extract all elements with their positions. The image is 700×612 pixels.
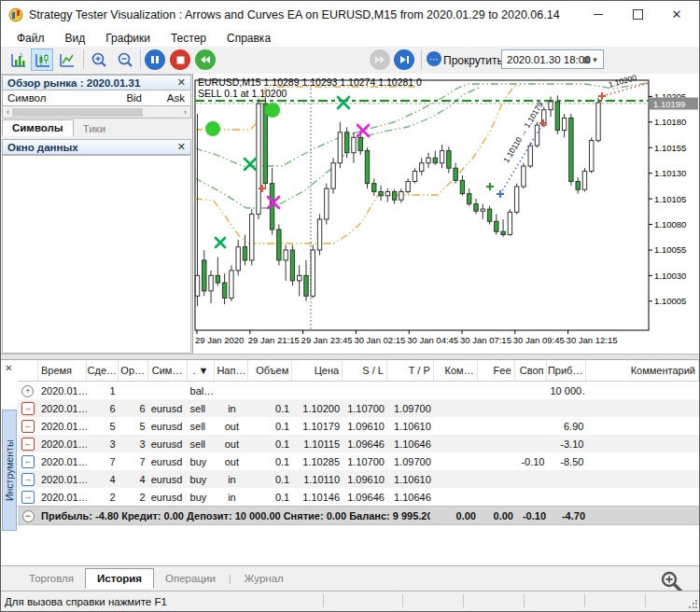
scroll-right-arrow[interactable]: › — [184, 107, 190, 117]
svg-text:30 Jan 09:45: 30 Jan 09:45 — [513, 335, 565, 345]
cell: 0.1 — [248, 421, 292, 432]
header-10[interactable]: T / P — [387, 360, 434, 381]
zoom-in-button[interactable] — [88, 49, 110, 71]
market-watch-scrollbar[interactable]: ‹ › — [2, 106, 191, 118]
history-panel: ✕ Инструменты ВремяСде…Ор…Сим…. ▼Нап…Объ… — [1, 360, 699, 565]
maximize-button[interactable] — [620, 1, 655, 28]
dock-tab-журнал[interactable]: Журнал — [233, 569, 295, 588]
toolbar-separator — [83, 49, 84, 69]
column-ask[interactable]: Ask — [142, 92, 190, 104]
fast-forward-icon — [374, 55, 385, 64]
history-row[interactable]: +2020.01….1bal…10 000… — [18, 382, 699, 399]
svg-text:29 Jan 2020: 29 Jan 2020 — [195, 335, 244, 345]
rewind-button[interactable] — [195, 49, 216, 70]
data-window-close-icon[interactable]: ✕ — [177, 141, 186, 153]
scroll-left-arrow[interactable]: ‹ — [3, 107, 9, 117]
header-13[interactable]: Своп — [515, 360, 548, 381]
scrollbar-thumb[interactable] — [12, 108, 143, 117]
cell: 1.10610 — [387, 421, 434, 432]
menu-charts[interactable]: Графики — [95, 32, 161, 45]
svg-text:1.10080: 1.10080 — [654, 219, 686, 230]
history-row[interactable]: →2020.01….22eurusdbuyin0.11.101461.09646… — [18, 488, 699, 506]
header-7[interactable]: Объем — [248, 360, 292, 381]
history-close-icon[interactable]: ✕ — [3, 362, 15, 374]
header-14[interactable]: Приб… — [547, 360, 586, 381]
minimize-button[interactable] — [581, 1, 616, 28]
tab-ticks[interactable]: Тики — [74, 121, 115, 136]
status-text: Для вызова справки нажмите F1 — [1, 596, 167, 607]
cell: 5 — [119, 421, 148, 432]
svg-text:1.10030: 1.10030 — [654, 271, 686, 281]
header-5[interactable]: . ▼ — [188, 360, 216, 381]
cell: 1.10200 — [292, 403, 343, 414]
cell: 6.90 — [547, 421, 586, 432]
market-watch-close-icon[interactable]: ✕ — [177, 76, 186, 89]
bar-chart-icon: 1 — [9, 51, 27, 69]
summary-row[interactable]: − Прибыль: -4.80 Кредит: 0.00 Депозит: 1… — [18, 506, 699, 525]
dock-tab-история[interactable]: История — [85, 568, 154, 589]
header-4[interactable]: Сим… — [148, 360, 188, 381]
bar-chart-button[interactable]: 1 — [7, 49, 29, 71]
cell: eurusd — [148, 492, 188, 503]
cell: buy — [188, 474, 216, 485]
menu-view[interactable]: Вид — [55, 32, 96, 45]
tab-symbols[interactable]: Символы — [2, 119, 74, 136]
cell: -0.10 — [515, 456, 548, 467]
skip-to-end-button[interactable] — [394, 49, 414, 70]
history-row[interactable]: →2020.01….66eurusdsellin0.11.102001.1070… — [18, 399, 699, 417]
history-row[interactable]: ←2020.01….55eurusdsellout0.11.101791.096… — [18, 417, 699, 435]
header-0[interactable] — [18, 360, 38, 381]
cell: 1.10285 — [292, 456, 343, 467]
header-3[interactable]: Ор… — [119, 360, 148, 381]
menu-help[interactable]: Справка — [217, 32, 281, 45]
dock-tab-операции[interactable]: Операции — [154, 569, 227, 588]
cell: 4 — [87, 474, 119, 485]
scroll-to-date-input[interactable]: 2020.01.30 18:00 ▦ ▾ — [501, 49, 604, 69]
deal-buy-in-icon: → — [21, 473, 35, 486]
stop-button[interactable] — [170, 49, 190, 70]
close-button[interactable]: ✕ — [659, 1, 694, 28]
cell: 1.09646 — [343, 492, 387, 503]
candle-chart-button[interactable] — [31, 49, 53, 71]
menu-tester[interactable]: Тестер — [161, 32, 217, 45]
cell: in — [215, 492, 248, 503]
header-12[interactable]: Fee — [478, 360, 515, 381]
cell: eurusd — [148, 474, 188, 485]
toolbox-vertical-tab[interactable]: Инструменты — [2, 410, 17, 531]
header-11[interactable]: Ком… — [434, 360, 478, 381]
horizontal-splitter[interactable] — [1, 354, 699, 360]
deal-sell-out-icon: ← — [21, 438, 35, 451]
stop-icon — [176, 56, 185, 64]
history-header-row: ВремяСде…Ор…Сим…. ▼Нап…ОбъемЦенаS / LT /… — [18, 360, 699, 382]
history-row[interactable]: ←2020.01….77eurusdbuyout0.11.102851.1070… — [18, 452, 699, 470]
dock-tab-торговля[interactable]: Торговля — [18, 569, 85, 588]
header-15[interactable]: Комментарий — [586, 360, 699, 381]
history-row[interactable]: →2020.01….44eurusdbuyin0.11.101101.09610… — [18, 470, 699, 488]
resize-grip[interactable] — [688, 600, 697, 609]
cell: bal… — [188, 385, 216, 396]
header-8[interactable]: Цена — [292, 360, 343, 381]
scroll-to-icon[interactable]: ⋯ — [427, 51, 441, 66]
header-9[interactable]: S / L — [343, 360, 387, 381]
skip-to-end-icon — [399, 55, 410, 64]
cell: 4 — [119, 474, 148, 485]
header-2[interactable]: Сде… — [87, 360, 119, 381]
collapse-minus-icon[interactable]: − — [22, 510, 35, 522]
summary-swap: -0.10 — [516, 510, 546, 522]
menu-file[interactable]: Файл — [7, 32, 55, 45]
data-window-header: Окно данных ✕ — [2, 139, 191, 155]
header-6[interactable]: Нап… — [215, 360, 248, 381]
strategy-tester-window: Strategy Tester Visualization : Arrows a… — [0, 0, 700, 612]
chart-canvas[interactable]: 1.10110 → 1.101791.102001.102051.101801.… — [193, 74, 700, 354]
calendar-dropdown-button[interactable]: ▦ ▾ — [579, 52, 601, 66]
zoom-out-button[interactable] — [114, 49, 136, 71]
column-symbol[interactable]: Символ — [3, 92, 103, 104]
cell: 1.10146 — [292, 492, 343, 503]
column-bid[interactable]: Bid — [103, 92, 142, 104]
line-chart-button[interactable] — [55, 49, 77, 71]
cell: 1.09610 — [343, 474, 387, 485]
svg-text:EURUSD,M15 1.10289 1.10293 1.: EURUSD,M15 1.10289 1.10293 1.10274 1.102… — [198, 76, 422, 88]
header-1[interactable]: Время — [38, 360, 87, 381]
pause-button[interactable] — [145, 49, 165, 70]
history-row[interactable]: ←2020.01….33eurusdsellout0.11.101151.096… — [18, 435, 699, 452]
